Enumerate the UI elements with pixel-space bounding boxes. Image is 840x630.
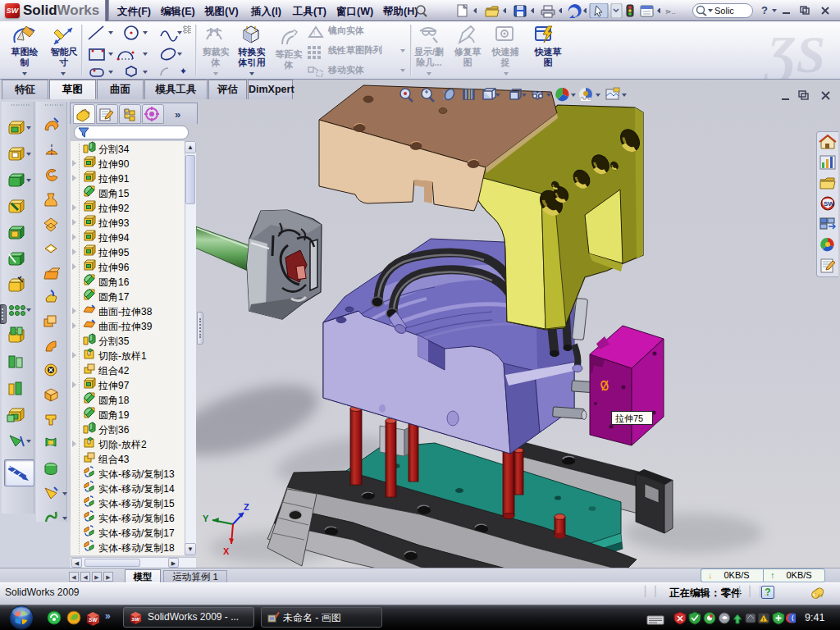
svg-text:!: ! <box>763 617 765 622</box>
svg-text:Z: Z <box>244 502 249 512</box>
svg-text:SW: SW <box>89 617 98 623</box>
svg-text:Solic: Solic <box>714 6 734 16</box>
svg-text:Y: Y <box>203 514 209 523</box>
svg-text:SW: SW <box>132 617 140 622</box>
svg-text:»: » <box>105 610 111 622</box>
svg-text:⋗..: ⋗.. <box>665 7 676 16</box>
svg-text:!: ! <box>313 30 315 37</box>
svg-text:SW: SW <box>824 200 834 208</box>
svg-text:»: » <box>175 108 180 121</box>
svg-text:X: X <box>223 546 230 556</box>
